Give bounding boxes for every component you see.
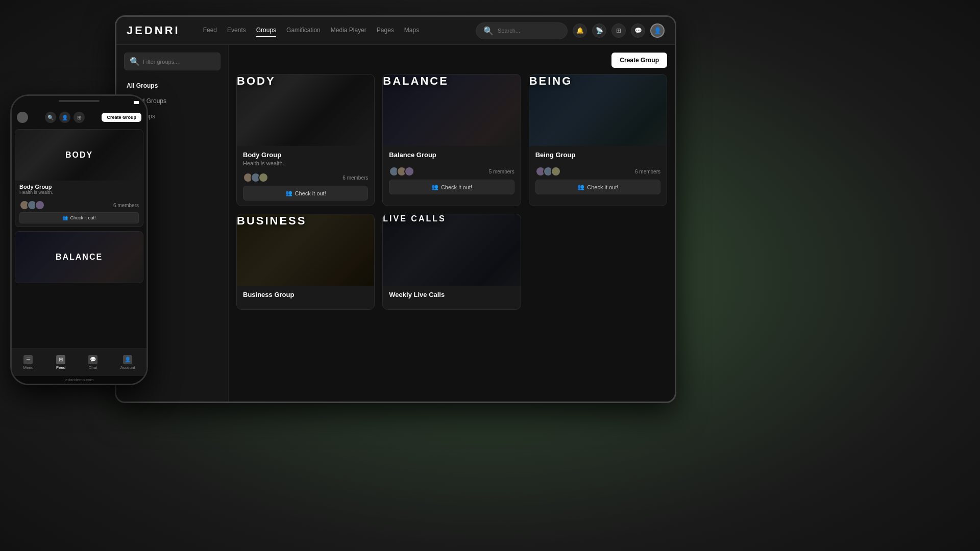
nav-left: JEDNRI Feed Events Groups Gamification M… — [127, 24, 419, 37]
live-calls-meta — [383, 303, 520, 309]
phone-chat-label: Chat — [89, 365, 97, 370]
phone-frame: 🔍 👤 ⊞ Create Group BODY Body Group Healt… — [10, 94, 148, 385]
being-check-label: Check it out! — [587, 184, 618, 190]
nav-pages[interactable]: Pages — [377, 24, 394, 37]
nav-feed[interactable]: Feed — [203, 24, 217, 37]
notifications-button[interactable]: 🔔 — [573, 23, 587, 38]
phone-content: BODY Body Group Health is wealth. 6 memb… — [12, 126, 146, 348]
filter-groups-input[interactable] — [143, 59, 215, 65]
phone-body-name: Body Group — [19, 184, 139, 190]
phone-notch — [59, 100, 100, 102]
top-nav: JEDNRI Feed Events Groups Gamification M… — [116, 17, 675, 45]
chat-button[interactable]: 💬 — [631, 23, 645, 38]
apps-button[interactable]: ⊞ — [611, 23, 626, 38]
phone-menu-icon: ☰ — [23, 355, 33, 364]
nav-links: Feed Events Groups Gamification Media Pl… — [203, 24, 420, 37]
body-check-icon: 👥 — [285, 190, 292, 196]
phone-avatar-3 — [35, 200, 45, 210]
groups-grid: BODY Body Group Health is wealth. — [236, 74, 667, 310]
nav-events[interactable]: Events — [227, 24, 246, 37]
phone-screen: 🔍 👤 ⊞ Create Group BODY Body Group Healt… — [12, 96, 146, 384]
phone-url-text: jedaridemo.com — [65, 378, 94, 382]
being-avatars — [535, 166, 561, 177]
live-calls-overlay — [383, 214, 520, 286]
balance-info: Balance Group — [383, 146, 520, 163]
content-header: Create Group — [236, 53, 667, 68]
phone-chat-icon: 💬 — [88, 355, 97, 364]
body-avatar-3 — [258, 172, 268, 183]
body-desc: Health is wealth. — [243, 160, 368, 166]
body-check-button[interactable]: 👥 Check it out! — [243, 186, 368, 201]
group-card-being: BEING Being Group — [529, 74, 667, 206]
phone-group-card-body: BODY Body Group Health is wealth. 6 memb… — [15, 129, 143, 227]
live-calls-label: LIVE CALLS — [383, 214, 446, 223]
balance-check-label: Check it out! — [441, 184, 472, 190]
search-icon: 🔍 — [483, 26, 494, 36]
phone-feed-label: Feed — [56, 365, 65, 370]
phone-status-icons — [134, 101, 139, 104]
filter-input-container: 🔍 — [124, 53, 220, 70]
phone-user-icon[interactable]: 👤 — [59, 112, 70, 123]
balance-label: BALANCE — [383, 74, 449, 87]
app-container: JEDNRI Feed Events Groups Gamification M… — [116, 17, 675, 402]
being-info: Being Group — [529, 146, 667, 163]
filter-wrap: 🔍 — [116, 53, 228, 78]
phone-body-avatars — [19, 200, 45, 210]
phone-check-label: Check it out! — [70, 215, 95, 220]
body-avatars — [243, 172, 268, 183]
group-card-balance: BALANCE Balance Group — [382, 74, 521, 206]
phone-nav-menu[interactable]: ☰ Menu — [23, 355, 33, 370]
being-check-button[interactable]: 👥 Check it out! — [535, 180, 660, 194]
phone-balance-label: BALANCE — [56, 253, 103, 262]
phone-body-info: Body Group Health is wealth. — [15, 181, 143, 198]
body-name: Body Group — [243, 151, 368, 159]
balance-check-button[interactable]: 👥 Check it out! — [389, 180, 514, 194]
phone-battery — [134, 101, 139, 104]
phone-nav-chat[interactable]: 💬 Chat — [88, 355, 97, 370]
phone-nav-feed[interactable]: ⊟ Feed — [56, 355, 65, 370]
body-member-count: 6 members — [342, 175, 368, 181]
search-input[interactable] — [498, 28, 568, 34]
nav-icons: 🔍 🔔 📡 ⊞ 💬 👤 — [476, 22, 665, 39]
search-bar: 🔍 — [476, 22, 568, 39]
balance-avatar-3 — [404, 166, 414, 177]
phone-group-image-balance: BALANCE — [15, 232, 143, 283]
content-area: Create Group BODY Body Group — [229, 45, 675, 402]
sidebar-item-all-groups[interactable]: All Groups — [116, 78, 228, 93]
phone-check-icon: 👥 — [62, 215, 68, 220]
phone-body-label: BODY — [65, 151, 93, 160]
user-avatar[interactable]: 👤 — [650, 23, 665, 38]
phone-feed-icon: ⊟ — [56, 355, 65, 364]
phone-nav-account[interactable]: 👤 Account — [120, 355, 135, 370]
group-image-live-calls: LIVE CALLS — [383, 214, 520, 286]
nav-media-player[interactable]: Media Player — [331, 24, 366, 37]
body-info: Body Group Health is wealth. — [237, 146, 374, 169]
live-calls-name: Weekly Live Calls — [389, 291, 514, 298]
create-group-button[interactable]: Create Group — [611, 53, 667, 68]
being-check-icon: 👥 — [577, 184, 584, 190]
phone-body-check-button[interactable]: 👥 Check it out! — [19, 212, 139, 223]
phone-group-image-body: BODY — [15, 130, 143, 181]
phone-body-desc: Health is wealth. — [19, 190, 139, 195]
phone-search-icon[interactable]: 🔍 — [45, 112, 56, 123]
nav-groups[interactable]: Groups — [256, 24, 276, 37]
balance-check-icon: 👥 — [431, 184, 438, 190]
group-image-body: BODY — [237, 74, 374, 146]
nav-gamification[interactable]: Gamification — [286, 24, 321, 37]
group-image-business: BUSINESS — [237, 214, 374, 286]
being-label: BEING — [529, 74, 573, 87]
nav-maps[interactable]: Maps — [404, 24, 419, 37]
phone-create-group-button[interactable]: Create Group — [102, 113, 141, 122]
phone-user-avatar — [17, 112, 28, 123]
body-meta: 6 members — [237, 169, 374, 186]
phone-account-icon: 👤 — [123, 355, 132, 364]
live-button[interactable]: 📡 — [592, 23, 606, 38]
group-card-body: BODY Body Group Health is wealth. — [236, 74, 375, 206]
phone-header: 🔍 👤 ⊞ Create Group — [12, 109, 146, 126]
phone-more-icon[interactable]: ⊞ — [74, 112, 85, 123]
phone-menu-label: Menu — [23, 365, 33, 370]
group-image-being: BEING — [529, 74, 667, 146]
phone-status-bar — [12, 96, 146, 109]
phone-group-card-balance: BALANCE — [15, 231, 143, 283]
balance-avatars — [389, 166, 414, 177]
